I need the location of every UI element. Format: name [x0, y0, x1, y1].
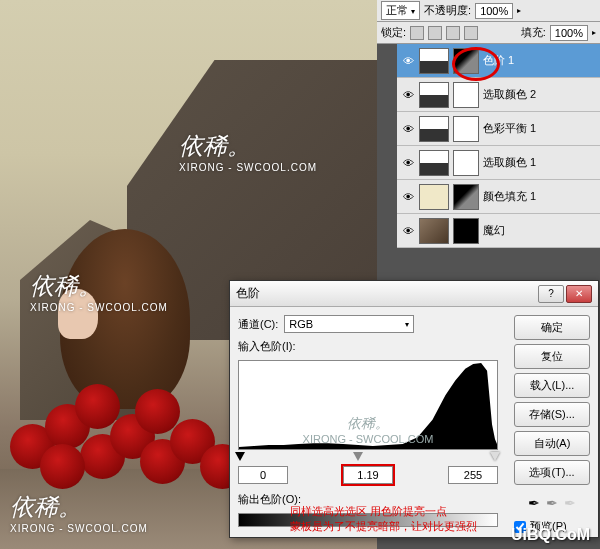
layer-thumb-icon[interactable] — [419, 48, 449, 74]
lock-paint-icon[interactable] — [428, 26, 442, 40]
chevron-right-icon[interactable]: ▸ — [592, 28, 596, 37]
dialog-titlebar[interactable]: 色阶 ? ✕ — [230, 281, 598, 307]
layer-mask-thumb[interactable] — [453, 150, 479, 176]
black-point-slider[interactable] — [235, 452, 245, 461]
white-point-input[interactable]: 255 — [448, 466, 498, 484]
chevron-down-icon: ▾ — [411, 7, 415, 16]
visibility-icon[interactable]: 👁 — [401, 54, 415, 68]
channel-label: 通道(C): — [238, 317, 278, 332]
save-button[interactable]: 存储(S)... — [514, 402, 590, 427]
close-button[interactable]: ✕ — [566, 285, 592, 303]
gamma-slider[interactable] — [353, 452, 363, 461]
levels-dialog: 色阶 ? ✕ 通道(C): RGB ▾ 输入色阶(I): 依稀。 XIRONG … — [229, 280, 599, 538]
tutorial-annotation: 同样选高光选区 用色阶提亮一点 蒙板是为了不提亮暗部，让对比更强烈 — [290, 504, 477, 535]
load-button[interactable]: 载入(L)... — [514, 373, 590, 398]
layer-name[interactable]: 色阶 1 — [483, 53, 596, 68]
dialog-title: 色阶 — [236, 285, 536, 302]
layer-options: 正常 ▾ 不透明度: 100% ▸ — [377, 0, 600, 22]
black-point-input[interactable]: 0 — [238, 466, 288, 484]
roses — [10, 359, 250, 489]
site-watermark: UiBQ.CoM — [511, 526, 590, 544]
layer-lock-row: 锁定: 填充: 100% ▸ — [377, 22, 600, 44]
layer-name[interactable]: 魔幻 — [483, 223, 596, 238]
lock-label: 锁定: — [381, 25, 406, 40]
ok-button[interactable]: 确定 — [514, 315, 590, 340]
watermark-3: 依稀。 XIRONG - SWCOOL.COM — [10, 491, 148, 534]
opacity-label: 不透明度: — [424, 3, 471, 18]
layer-thumb-icon[interactable] — [419, 116, 449, 142]
layers-list: 👁 色阶 1 👁 选取颜色 2 👁 色彩平衡 1 👁 选取颜色 1 👁 — [397, 44, 600, 248]
layer-row[interactable]: 👁 颜色填充 1 — [397, 180, 600, 214]
layer-name[interactable]: 选取颜色 1 — [483, 155, 596, 170]
input-sliders[interactable] — [238, 452, 498, 464]
black-eyedropper-icon[interactable]: ✒ — [528, 495, 540, 511]
layer-mask-thumb[interactable] — [453, 48, 479, 74]
subject-woman — [40, 229, 220, 489]
blend-mode-select[interactable]: 正常 ▾ — [381, 1, 420, 20]
layer-row[interactable]: 👁 魔幻 — [397, 214, 600, 248]
auto-button[interactable]: 自动(A) — [514, 431, 590, 456]
layer-thumb-icon[interactable] — [419, 150, 449, 176]
help-button[interactable]: ? — [538, 285, 564, 303]
fill-value[interactable]: 100% — [550, 25, 588, 41]
opacity-value[interactable]: 100% — [475, 3, 513, 19]
fill-label: 填充: — [521, 25, 546, 40]
layer-mask-thumb[interactable] — [453, 218, 479, 244]
visibility-icon[interactable]: 👁 — [401, 88, 415, 102]
visibility-icon[interactable]: 👁 — [401, 224, 415, 238]
layer-mask-thumb[interactable] — [453, 184, 479, 210]
layer-row[interactable]: 👁 色阶 1 — [397, 44, 600, 78]
lock-transparency-icon[interactable] — [410, 26, 424, 40]
reset-button[interactable]: 复位 — [514, 344, 590, 369]
channel-select[interactable]: RGB ▾ — [284, 315, 414, 333]
watermark-1: 依稀。 XIRONG - SWCOOL.COM — [179, 130, 317, 173]
layer-row[interactable]: 👁 选取颜色 2 — [397, 78, 600, 112]
lock-all-icon[interactable] — [464, 26, 478, 40]
layer-name[interactable]: 颜色填充 1 — [483, 189, 596, 204]
visibility-icon[interactable]: 👁 — [401, 156, 415, 170]
options-button[interactable]: 选项(T)... — [514, 460, 590, 485]
layer-name[interactable]: 选取颜色 2 — [483, 87, 596, 102]
watermark-2: 依稀。 XIRONG - SWCOOL.COM — [30, 270, 168, 313]
visibility-icon[interactable]: 👁 — [401, 122, 415, 136]
histogram: 依稀。 XIRONG - SWCOOL.COM — [238, 360, 498, 450]
chevron-right-icon[interactable]: ▸ — [517, 6, 521, 15]
input-levels-label: 输入色阶(I): — [238, 339, 295, 354]
layer-thumb-icon[interactable] — [419, 82, 449, 108]
layer-row[interactable]: 👁 色彩平衡 1 — [397, 112, 600, 146]
white-eyedropper-icon[interactable]: ✒ — [564, 495, 576, 511]
chevron-down-icon: ▾ — [405, 320, 409, 329]
layer-mask-thumb[interactable] — [453, 116, 479, 142]
gray-eyedropper-icon[interactable]: ✒ — [546, 495, 558, 511]
white-point-slider[interactable] — [490, 452, 500, 461]
histogram-watermark: 依稀。 XIRONG - SWCOOL.COM — [239, 415, 497, 445]
layer-thumb-icon[interactable] — [419, 184, 449, 210]
visibility-icon[interactable]: 👁 — [401, 190, 415, 204]
eyedroppers: ✒ ✒ ✒ — [514, 495, 590, 511]
layer-thumb-icon[interactable] — [419, 218, 449, 244]
gamma-input[interactable]: 1.19 — [343, 466, 393, 484]
layer-name[interactable]: 色彩平衡 1 — [483, 121, 596, 136]
lock-position-icon[interactable] — [446, 26, 460, 40]
layer-row[interactable]: 👁 选取颜色 1 — [397, 146, 600, 180]
layer-mask-thumb[interactable] — [453, 82, 479, 108]
